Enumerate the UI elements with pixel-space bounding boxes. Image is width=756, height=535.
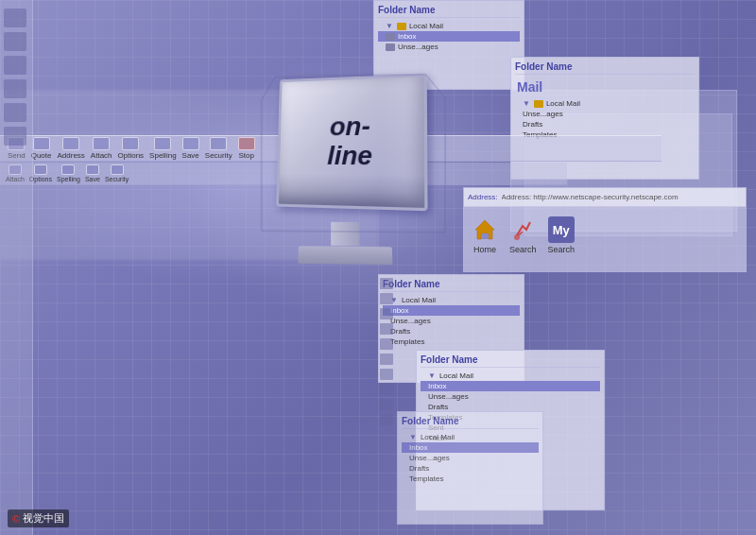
sidebar-icon-4[interactable] (4, 79, 26, 98)
local-mail-5[interactable]: ▼ Local Mail (402, 432, 539, 442)
strip-icon-6 (380, 354, 393, 365)
folder-icon (397, 23, 406, 30)
strip-icon-4 (380, 323, 393, 335)
security-icon (210, 137, 227, 150)
monitor-container: on- line (248, 55, 455, 304)
folder-item-drafts2[interactable]: Drafts (515, 119, 695, 129)
inbox-label-5: Inbox (409, 443, 428, 452)
options-icon (122, 137, 139, 150)
security-button-2[interactable]: Security (105, 164, 129, 182)
spelling-label: Spelling (149, 151, 176, 160)
address-bar[interactable]: Address: Address: http://www.netscape-se… (464, 188, 746, 207)
unseen-label-5: Unse...ages (409, 454, 450, 462)
strip-icon-9 (380, 399, 393, 410)
svg-rect-8 (481, 233, 489, 239)
folder-item[interactable]: ▼ Local Mail (378, 21, 520, 31)
save-label-2: Save (85, 176, 100, 182)
unseen-label: Unse...ages (398, 43, 438, 51)
save-button[interactable]: Save (182, 137, 199, 160)
strip-icon-3 (380, 308, 393, 319)
my-search-label: Search (548, 245, 576, 254)
folder-tree-5: Folder Name ▼ Local Mail Inbox Unse...ag… (397, 411, 543, 525)
local-mail-3[interactable]: ▼ Local Mail (383, 295, 520, 305)
drafts-label-5: Drafts (409, 464, 429, 473)
strip-icon-1 (380, 278, 393, 289)
sidebar-icons (0, 0, 32, 154)
inbox-4[interactable]: Inbox (421, 381, 600, 391)
templates-5[interactable]: Templates (402, 474, 539, 484)
folder-title-3: Folder Name (383, 279, 520, 292)
search-nav-button[interactable]: Search (509, 216, 537, 254)
address-button[interactable]: Address (57, 137, 84, 160)
drafts-3[interactable]: Drafts (383, 326, 520, 337)
inbox-5[interactable]: Inbox (402, 442, 539, 453)
search-label-1: Search (509, 245, 537, 254)
strip-icon-8 (380, 384, 393, 395)
security-label-2: Security (105, 176, 129, 182)
local-mail-4[interactable]: ▼ Local Mail (421, 371, 600, 381)
strip-icon-2 (380, 293, 393, 304)
drafts-label-4: Drafts (428, 403, 448, 411)
unseen-4[interactable]: Unse...ages (421, 391, 600, 402)
folder-title-5: Folder Name (402, 416, 539, 429)
left-sidebar (0, 0, 33, 535)
folder-label: Local Mail (409, 22, 443, 30)
sidebar-icon-5[interactable] (4, 103, 26, 122)
inbox-label-4: Inbox (428, 382, 447, 390)
attach-icon (93, 137, 110, 150)
attach-button[interactable]: Attach (91, 137, 112, 160)
inbox-3[interactable]: Inbox (383, 305, 520, 316)
unseen-icon (386, 43, 395, 51)
folder-label-2: Local Mail (546, 99, 580, 108)
search-icon (509, 216, 536, 243)
folder-item-unseen2[interactable]: Unse...ages (515, 109, 695, 119)
templates-3[interactable]: Templates (383, 337, 520, 347)
sidebar-icon-6[interactable] (4, 127, 26, 146)
expand-5: ▼ (409, 433, 417, 441)
svg-line-6 (275, 213, 425, 214)
spelling-button-2[interactable]: Spelling (57, 164, 80, 182)
home-nav-button[interactable]: Home (472, 216, 498, 254)
save-icon-2 (86, 164, 99, 175)
options-icon-2 (34, 164, 47, 175)
options-button[interactable]: Options (118, 137, 145, 160)
folder-item-2[interactable]: ▼ Local Mail (515, 98, 695, 109)
unseen-3[interactable]: Unse...ages (383, 316, 520, 326)
svg-line-1 (426, 74, 445, 98)
security-label: Security (205, 151, 232, 160)
local-mail-label-4: Local Mail (439, 371, 473, 380)
folder-item-unseen[interactable]: Unse...ages (378, 42, 520, 52)
security-button[interactable]: Security (205, 137, 232, 160)
icon-strip (378, 274, 395, 501)
spelling-label-2: Spelling (57, 176, 80, 182)
spelling-icon-2 (61, 164, 75, 175)
home-icon (472, 216, 498, 243)
drafts-5[interactable]: Drafts (402, 463, 539, 474)
options-label: Options (118, 151, 145, 160)
sidebar-icon-2[interactable] (4, 32, 26, 51)
spelling-icon (154, 137, 171, 150)
drafts-label-2: Drafts (523, 120, 542, 129)
spelling-button[interactable]: Spelling (149, 137, 176, 160)
svg-line-0 (275, 75, 425, 78)
folder-item-inbox[interactable]: Inbox (378, 31, 520, 42)
save-button-2[interactable]: Save (85, 164, 100, 182)
unseen-5[interactable]: Unse...ages (402, 453, 539, 463)
quote-button[interactable]: Quote (31, 137, 52, 160)
folder-title-1: Folder Name (378, 5, 520, 18)
strip-icon-7 (380, 369, 393, 380)
sidebar-icon-3[interactable] (4, 56, 26, 75)
folder-title-2: Folder Name (515, 61, 695, 75)
unseen-label-2: Unse...ages (523, 110, 563, 118)
quote-icon (33, 137, 50, 150)
attach-label: Attach (91, 151, 112, 160)
save-icon (182, 137, 199, 150)
my-search-nav-button[interactable]: My Search (548, 216, 576, 254)
unseen-label-4: Unse...ages (428, 392, 469, 401)
svg-line-5 (262, 231, 445, 233)
sidebar-icon-1[interactable] (4, 9, 26, 27)
expand-icon-2: ▼ (523, 99, 530, 108)
folder-icon-2 (534, 100, 543, 108)
home-label: Home (473, 245, 496, 254)
cube-wireframe (248, 55, 455, 304)
